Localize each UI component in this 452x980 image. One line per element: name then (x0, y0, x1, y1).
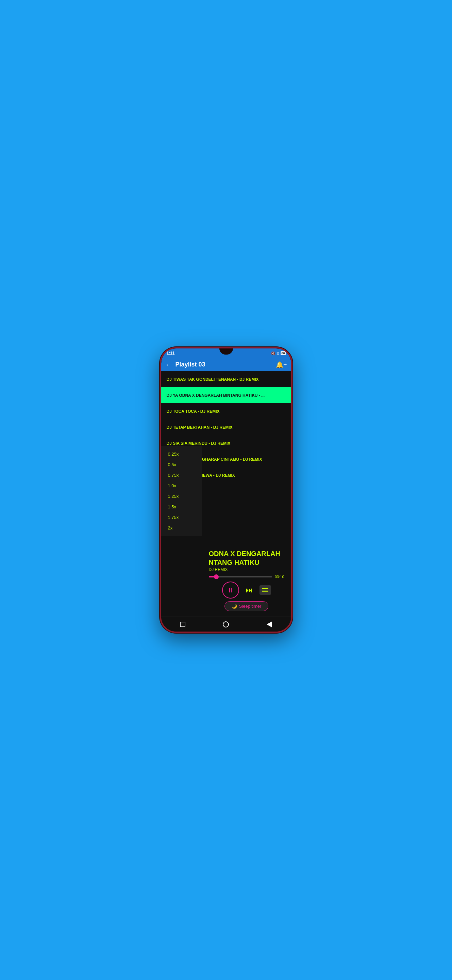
progress-thumb[interactable] (214, 574, 219, 579)
nav-bar (161, 617, 291, 632)
back-button[interactable]: ← (165, 361, 172, 369)
header-left: ← Playlist 03 (165, 361, 205, 369)
battery-level: 80 (281, 352, 285, 355)
menu-line-1 (262, 588, 268, 589)
playlist-toggle-button[interactable] (260, 585, 271, 595)
sleep-timer-button[interactable]: 🌙 Sleep timer (224, 601, 269, 611)
speed-option[interactable]: 1.5x (161, 501, 202, 512)
playlist-item[interactable]: DJ TETAP BERTAHAN - DJ REMIX (161, 419, 291, 435)
speed-option[interactable]: 1.0x (161, 480, 202, 491)
progress-area[interactable]: 03:10 (209, 575, 284, 579)
speed-option[interactable]: 0.75x (161, 470, 202, 480)
controls-row: ⏸ ⏭ (209, 582, 284, 598)
status-bar: 1:11 🔇 ⊠ 80 (161, 348, 291, 358)
square-icon (180, 622, 186, 627)
play-pause-icon: ⏸ (227, 586, 234, 594)
song-subtitle: DJ REMIX (209, 567, 284, 572)
skip-button[interactable]: ⏭ (246, 586, 253, 594)
nav-recent-button[interactable] (180, 622, 186, 627)
status-time: 1:11 (167, 351, 175, 356)
battery-indicator: 80 (281, 351, 285, 355)
playlist-item[interactable]: DJ TOCA TOCA - DJ REMIX (161, 403, 291, 419)
speed-option[interactable]: 1.25x (161, 491, 202, 501)
playlist-item-text: DJ TETAP BERTAHAN - DJ REMIX (167, 425, 233, 430)
speed-option[interactable]: 0.25x (161, 449, 202, 460)
vol-up-button[interactable] (160, 396, 160, 406)
speed-menu: 0.25x0.5x0.75x1.0x1.25x1.5x1.75x2x (161, 446, 202, 536)
sim-icon: ⊠ (276, 352, 279, 355)
screen: 1:11 🔇 ⊠ 80 ← Playlist 03 🔔+ DJ TIWAS TA… (161, 348, 291, 632)
play-pause-button[interactable]: ⏸ (222, 582, 239, 598)
triangle-icon (266, 621, 272, 627)
phone-device: 1:11 🔇 ⊠ 80 ← Playlist 03 🔔+ DJ TIWAS TA… (160, 347, 292, 633)
nav-back-button[interactable] (266, 621, 272, 627)
playlist-item-text: DJ TIWAS TAK GONDELI TENANAN - DJ REMIX (167, 377, 259, 382)
moon-icon: 🌙 (232, 604, 237, 609)
menu-line-2 (262, 590, 268, 590)
speed-option[interactable]: 1.75x (161, 512, 202, 523)
mute-icon: 🔇 (271, 352, 275, 355)
circle-icon (223, 621, 229, 627)
player-panel: ODNA X DENGARLAH NTANG HATIKU DJ REMIX 0… (202, 550, 291, 617)
power-button[interactable] (292, 403, 292, 417)
song-title-line1: ODNA X DENGARLAH (209, 550, 284, 558)
song-title-line2: NTANG HATIKU (209, 558, 284, 566)
playlist-item[interactable]: DJ YA ODNA X DENGARLAH BINTANG HATIKU - … (161, 387, 291, 403)
progress-bar[interactable] (209, 576, 272, 578)
playlist-item-text: DJ YA ODNA X DENGARLAH BINTANG HATIKU - … (167, 393, 265, 398)
skip-icon: ⏭ (246, 586, 253, 594)
notification-bell-icon[interactable]: 🔔+ (276, 361, 287, 369)
notch (219, 348, 233, 355)
menu-line-3 (262, 592, 268, 592)
playlist-item-text: DJ TOCA TOCA - DJ REMIX (167, 409, 220, 414)
playlist-item[interactable]: DJ TIWAS TAK GONDELI TENANAN - DJ REMIX (161, 371, 291, 387)
playlist-item-text: DJ SIA SIA MERINDU - DJ REMIX (167, 441, 231, 446)
time-remaining: 03:10 (275, 575, 284, 579)
status-icons: 🔇 ⊠ 80 (271, 351, 285, 355)
nav-home-button[interactable] (223, 621, 229, 627)
header: ← Playlist 03 🔔+ (161, 358, 291, 371)
header-title: Playlist 03 (176, 361, 205, 368)
speed-option[interactable]: 0.5x (161, 460, 202, 470)
speed-option[interactable]: 2x (161, 523, 202, 533)
vol-down-button[interactable] (160, 410, 160, 420)
sleep-timer-label: Sleep timer (239, 604, 262, 609)
